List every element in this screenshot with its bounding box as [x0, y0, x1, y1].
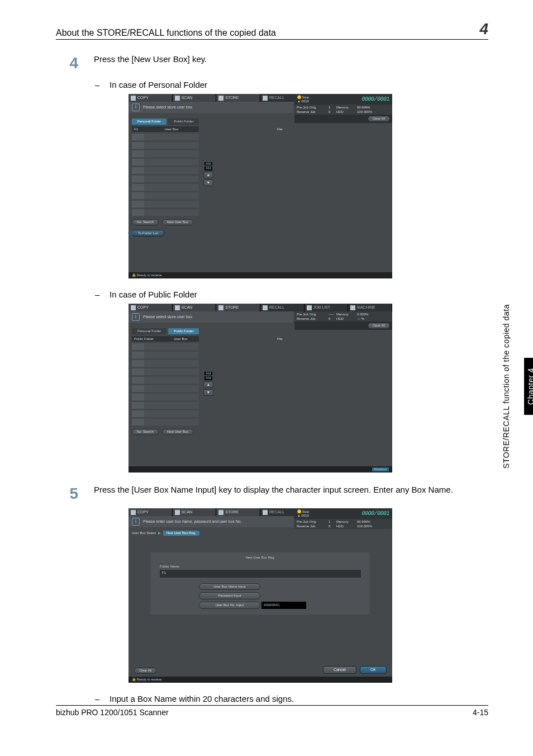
step-number: 5: [56, 485, 78, 503]
message-bar: i Please enter user box name, password a…: [129, 516, 293, 527]
page-up-button[interactable]: ▲: [203, 381, 213, 388]
list-item[interactable]: [132, 176, 199, 182]
info-icon: i: [132, 518, 140, 526]
label-reserve: Reserve Job: [297, 110, 327, 114]
page-header: About the STORE/RECALL functions of the …: [56, 20, 488, 40]
side-chapter-badge: Chapter 4: [524, 358, 533, 415]
info-icon: i: [132, 103, 140, 111]
user-box-no-value: 00000001: [261, 602, 306, 609]
clear-all-button[interactable]: Clear All: [368, 116, 390, 122]
page-down-button[interactable]: ▼: [203, 179, 213, 186]
new-user-box-button[interactable]: New User Box: [162, 429, 193, 435]
machine-icon: [350, 305, 355, 310]
list-item[interactable]: [132, 402, 199, 409]
bullet-dash: –: [95, 290, 101, 299]
tab-public-folder[interactable]: Public Folder: [168, 119, 199, 125]
list-item[interactable]: [132, 184, 199, 191]
user-box-no-input-button[interactable]: User Box No. Input: [199, 602, 260, 609]
list-item[interactable]: [132, 209, 199, 216]
page-down-button[interactable]: ▼: [203, 389, 213, 396]
list-item[interactable]: [132, 142, 199, 149]
list-item[interactable]: [132, 201, 199, 207]
list-item[interactable]: [132, 377, 199, 384]
list-item[interactable]: [132, 410, 199, 417]
status-code: ▲ 0010: [297, 100, 309, 103]
tab-personal-folder[interactable]: Personal Folder: [132, 328, 166, 334]
tab-scan[interactable]: SCAN: [173, 508, 217, 516]
col-f1: F1: [132, 126, 144, 133]
clear-all-button[interactable]: Clear All: [134, 668, 156, 674]
message-bar: i Please select store user box: [129, 311, 293, 323]
ok-button[interactable]: OK: [360, 666, 387, 674]
status-stop: 🟡 Stop: [297, 510, 309, 514]
info-icon: i: [132, 313, 140, 321]
counter: 0000/0001: [361, 96, 389, 102]
tab-machine[interactable]: MACHINE: [348, 304, 392, 311]
list-item[interactable]: [132, 192, 199, 199]
list-item[interactable]: [132, 167, 199, 174]
step-text: Press the [User Box Name Input] key to d…: [94, 485, 488, 494]
no-search-button[interactable]: No. Search: [132, 429, 159, 435]
label-hdd: HDD: [336, 110, 356, 114]
list-item[interactable]: [132, 385, 199, 392]
tab-copy[interactable]: COPY: [129, 508, 173, 516]
tab-copy[interactable]: COPY: [129, 94, 173, 102]
tab-scan[interactable]: SCAN: [173, 94, 217, 102]
list-item[interactable]: [132, 360, 199, 367]
userbox-list: F1User Box: [132, 126, 199, 216]
sub-text: In case of Public Folder: [110, 290, 197, 299]
bullet-dash: –: [95, 694, 101, 703]
joblist-icon: [307, 305, 312, 310]
message-text: Please enter user box name, password and…: [143, 519, 242, 524]
folder-name-field[interactable]: F1: [160, 570, 361, 578]
list-item[interactable]: [132, 419, 199, 426]
tab-personal-folder[interactable]: Personal Folder: [132, 119, 166, 125]
page-footer: bizhub PRO 1200/1051 Scanner 4-15: [56, 705, 488, 717]
list-item[interactable]: [132, 134, 199, 140]
tab-store[interactable]: STORE: [216, 508, 260, 516]
store-icon: [218, 510, 223, 515]
user-box-name-input-button[interactable]: User Box Name Input: [199, 583, 260, 590]
userbox-list: Public FolderUser Box: [132, 336, 199, 426]
col-userbox: User Box: [144, 126, 199, 133]
cancel-button[interactable]: Cancel: [323, 666, 356, 674]
list-item[interactable]: [132, 159, 199, 166]
list-item[interactable]: [132, 343, 199, 350]
status-panel: 🟡 Stop ▲ 0010 0000/0001 Pre-Job Orig.1Me…: [294, 94, 392, 123]
side-section-title: STORE/RECALL function of the copied data: [499, 302, 513, 471]
label-preorig: Pre-Job Orig.: [297, 106, 327, 110]
list-pager: 000 000 ▲ ▼: [203, 162, 213, 186]
crumb-userbox-select[interactable]: User Box Select: [132, 531, 156, 535]
store-icon: [218, 96, 223, 101]
tab-scan[interactable]: SCAN: [173, 304, 217, 311]
password-input-button[interactable]: Password Input: [199, 592, 260, 599]
list-item[interactable]: [132, 150, 199, 157]
step-5: 5 Press the [User Box Name Input] key to…: [56, 485, 488, 503]
step-4-sub-1: – In case of Personal Folder: [95, 80, 488, 89]
list-pager: 000 000 ▲ ▼: [203, 372, 213, 396]
chevron-right-icon: ▶: [158, 531, 161, 535]
copy-icon: [131, 305, 136, 310]
new-user-box-button[interactable]: New User Box: [162, 219, 193, 225]
step-4-sub-2: – In case of Public Folder: [95, 290, 488, 299]
counter: 0000/0001: [361, 511, 389, 517]
tab-public-folder[interactable]: Public Folder: [168, 328, 199, 334]
crumb-newbox-reg: New User Box Reg.: [163, 531, 199, 536]
no-search-button[interactable]: No. Search: [132, 219, 159, 225]
tab-store[interactable]: STORE: [216, 94, 260, 102]
to-folder-list-button[interactable]: To Folder List: [132, 230, 164, 237]
list-item[interactable]: [132, 352, 199, 358]
tab-store[interactable]: STORE: [216, 304, 260, 311]
tab-copy[interactable]: COPY: [129, 304, 173, 311]
tab-recall[interactable]: RECALL: [260, 304, 304, 311]
list-item[interactable]: [132, 368, 199, 375]
message-bar: i Please select store user box: [129, 102, 293, 113]
file-header: File: [275, 336, 285, 426]
status-panel: 🟡 Stop ▲ 0010 0000/0001 Pre-Job Orig.1Me…: [294, 508, 392, 529]
tab-joblist[interactable]: JOB LIST: [304, 304, 349, 311]
page-up-button[interactable]: ▲: [203, 172, 213, 178]
new-userbox-panel: New User Box Reg. Folder Name F1 User Bo…: [151, 552, 370, 615]
clear-all-button[interactable]: Clear All: [368, 323, 390, 329]
list-item[interactable]: [132, 394, 199, 400]
status-bar: Rotation: [129, 466, 392, 472]
